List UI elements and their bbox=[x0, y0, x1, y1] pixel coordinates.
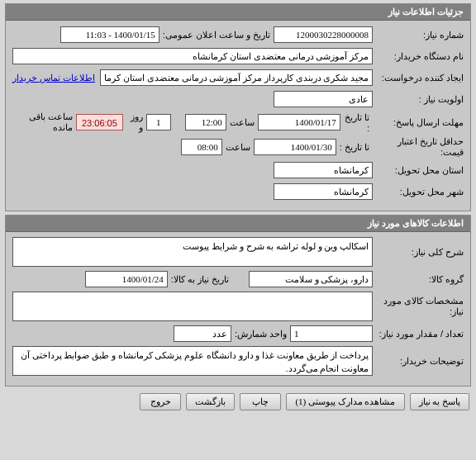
reply-button[interactable]: پاسخ به نیاز bbox=[410, 393, 470, 410]
unit-field[interactable] bbox=[174, 325, 231, 342]
to-date-label-2: تا تاریخ : bbox=[336, 142, 373, 153]
unit-label: واحد شمارش: bbox=[231, 329, 290, 339]
time-label-1: ساعت bbox=[226, 117, 258, 128]
deadline-time-field[interactable] bbox=[185, 114, 226, 130]
city-label: شهر محل تحویل: bbox=[373, 187, 464, 197]
city-field[interactable] bbox=[274, 183, 373, 200]
day-label: روز و bbox=[123, 111, 146, 133]
buyer-notes-field[interactable] bbox=[12, 346, 373, 376]
creator-label: ایجاد کننده درخواست: bbox=[373, 73, 464, 83]
group-label: گروه کالا: bbox=[373, 274, 464, 285]
remaining-label: ساعت باقی مانده bbox=[12, 111, 76, 133]
panel2-title: اطلاعات کالاهای مورد نیاز bbox=[6, 216, 470, 232]
specs-label: مشخصات کالای مورد نیاز: bbox=[373, 296, 464, 317]
min-validity-date-field[interactable] bbox=[254, 139, 336, 155]
print-button[interactable]: چاپ bbox=[240, 393, 281, 410]
desc-label: شرح کلی نیاز: bbox=[373, 247, 464, 258]
remaining-time: 23:06:05 bbox=[76, 114, 123, 130]
priority-label: اولویت نیاز : bbox=[373, 94, 464, 105]
need-date-label: تاریخ نیاز به کالا: bbox=[168, 274, 232, 285]
attachments-button[interactable]: مشاهده مدارک پیوستی (1) bbox=[286, 393, 404, 410]
announce-label: تاریخ و ساعت اعلان عمومی: bbox=[159, 30, 274, 40]
goods-panel: اطلاعات کالاهای مورد نیاز شرح کلی نیاز: … bbox=[5, 215, 471, 386]
need-date-field[interactable] bbox=[85, 271, 168, 287]
exit-button[interactable]: خروج bbox=[140, 393, 181, 410]
footer-buttons: پاسخ به نیاز مشاهده مدارک پیوستی (1) چاپ… bbox=[0, 390, 476, 414]
min-validity-label: حداقل تاریخ اعتبار قیمت: bbox=[373, 136, 464, 158]
to-date-label: تا تاریخ : bbox=[340, 112, 373, 133]
buyer-notes-label: توضیحات خریدار: bbox=[373, 356, 464, 367]
days-field[interactable] bbox=[146, 114, 171, 130]
need-no-field[interactable] bbox=[274, 26, 373, 43]
need-details-panel: جزئیات اطلاعات نیاز شماره نیاز: تاریخ و … bbox=[5, 3, 471, 211]
creator-field[interactable] bbox=[100, 69, 373, 86]
panel1-title: جزئیات اطلاعات نیاز bbox=[6, 4, 470, 21]
org-field[interactable] bbox=[12, 48, 373, 64]
min-validity-time-field[interactable] bbox=[181, 139, 222, 155]
province-label: استان محل تحویل: bbox=[373, 165, 464, 176]
province-field[interactable] bbox=[274, 162, 373, 178]
group-field[interactable] bbox=[249, 271, 373, 287]
deadline-label: مهلت ارسال پاسخ: bbox=[373, 117, 464, 128]
contact-link[interactable]: اطلاعات تماس خریدار bbox=[12, 73, 95, 83]
announce-field[interactable] bbox=[60, 26, 159, 43]
specs-field[interactable] bbox=[12, 292, 373, 321]
deadline-date-field[interactable] bbox=[258, 114, 340, 130]
time-label-2: ساعت bbox=[222, 142, 254, 153]
org-label: نام دستگاه خریدار: bbox=[373, 51, 464, 62]
desc-field[interactable] bbox=[12, 237, 373, 267]
need-no-label: شماره نیاز: bbox=[373, 30, 464, 40]
priority-field[interactable] bbox=[274, 91, 373, 107]
qty-field[interactable] bbox=[290, 325, 373, 342]
back-button[interactable]: بازگشت bbox=[186, 393, 235, 410]
qty-label: تعداد / مقدار مورد نیاز: bbox=[373, 329, 464, 339]
